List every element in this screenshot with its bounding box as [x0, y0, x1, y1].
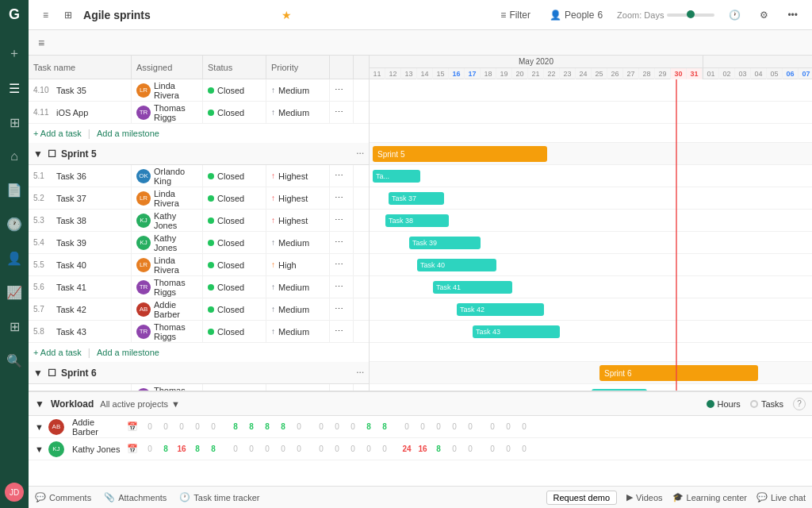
assignee-cell: LRLinda Rivera: [132, 79, 203, 101]
header-actions: [330, 56, 354, 79]
workload-help[interactable]: ?: [793, 398, 806, 410]
comments-button[interactable]: 💬 Comments: [35, 492, 91, 502]
sidebar-icon-add[interactable]: ＋: [5, 42, 24, 65]
actions-cell[interactable]: ⋯: [330, 102, 354, 123]
task-bar-38[interactable]: Task 38: [385, 214, 449, 227]
request-demo-button[interactable]: Request demo: [546, 491, 618, 505]
priority-icon: ↑: [271, 194, 275, 202]
status-cell: Closed: [203, 232, 266, 253]
favorite-star[interactable]: ★: [282, 9, 292, 21]
priority-icon: ↑: [271, 260, 275, 269]
user-avatar[interactable]: JD: [5, 483, 24, 502]
filter-button[interactable]: ≡ Filter: [496, 7, 535, 23]
workload-filter-dropdown[interactable]: All active projects ▼: [100, 399, 179, 409]
sprint-menu[interactable]: ⋯: [356, 149, 364, 158]
day-j03: 03: [735, 68, 751, 79]
settings-button[interactable]: ⚙: [755, 7, 773, 23]
sidebar-icon-grid[interactable]: ⊞: [6, 112, 23, 133]
task-bar-41[interactable]: Task 41: [433, 281, 512, 294]
avatar: TR: [136, 106, 151, 120]
sidebar-icon-people[interactable]: 👤: [3, 248, 25, 269]
day-14: 14: [417, 68, 433, 79]
task-bar-40[interactable]: Task 40: [417, 259, 496, 271]
task-bar-43[interactable]: Task 43: [473, 325, 560, 338]
history-button[interactable]: 🕐: [724, 7, 745, 23]
day-j01: 01: [703, 68, 719, 79]
day-11: 11: [370, 68, 385, 79]
sprint-checkbox-icon-6[interactable]: ☐: [48, 368, 56, 379]
time-tracker-button[interactable]: 🕐 Task time tracker: [179, 492, 259, 502]
gantt-row-5-6: Task 41: [370, 276, 812, 298]
tasks-radio[interactable]: Tasks: [750, 399, 783, 409]
status-cell: Closed: [203, 79, 266, 101]
task-bar-44[interactable]: Task 44: [592, 389, 647, 391]
actions-cell[interactable]: ⋯: [330, 384, 354, 391]
add-milestone-link[interactable]: Add a milestone: [97, 129, 159, 138]
zoom-slider[interactable]: [667, 13, 714, 17]
status-dot: [208, 329, 214, 335]
actions-cell[interactable]: ⋯: [330, 232, 354, 253]
avatar: KJ: [136, 214, 151, 228]
sprint-collapse-icon[interactable]: ▼: [33, 148, 43, 160]
hours-radio[interactable]: Hours: [707, 399, 741, 409]
person-expand-icon[interactable]: ▼: [35, 422, 44, 432]
actions-cell[interactable]: ⋯: [330, 210, 354, 231]
sprint6-bar[interactable]: Sprint 6: [599, 365, 758, 381]
june-label: June 2020: [703, 56, 812, 68]
live-chat-button[interactable]: 💬 Live chat: [756, 491, 806, 505]
addie-calendar-icon[interactable]: 📅: [127, 421, 138, 432]
sprint-header-5[interactable]: ▼ ☐ Sprint 5 ⋯: [29, 143, 369, 165]
task-bar-39[interactable]: Task 39: [409, 237, 481, 249]
app-logo[interactable]: G: [9, 6, 20, 23]
avatar: TR: [136, 280, 151, 294]
sidebar-icon-home[interactable]: ⌂: [7, 146, 21, 167]
task-name-cell: 6.1Task 44: [29, 384, 132, 391]
day-j07: 07: [799, 68, 812, 79]
sidebar-icon-apps[interactable]: ⊞: [6, 316, 23, 337]
actions-cell[interactable]: ⋯: [330, 321, 354, 342]
attachments-button[interactable]: 📎 Attachments: [104, 492, 167, 502]
add-task-link[interactable]: + Add a task: [33, 129, 82, 138]
task-bar-36[interactable]: Ta...: [373, 170, 420, 183]
add-task-link-5[interactable]: + Add a task: [33, 348, 82, 357]
filter-icon: ≡: [500, 10, 506, 21]
sprint-6-menu[interactable]: ⋯: [356, 368, 364, 377]
actions-cell[interactable]: ⋯: [330, 165, 354, 187]
sidebar-icon-search[interactable]: 🔍: [3, 350, 25, 371]
learning-icon: 🎓: [672, 492, 684, 502]
sidebar-icon-chart[interactable]: 📈: [3, 282, 25, 303]
actions-cell[interactable]: ⋯: [330, 79, 354, 101]
videos-button[interactable]: ▶ Videos: [626, 491, 662, 505]
actions-cell[interactable]: ⋯: [330, 187, 354, 209]
gantt-row-5-2: Task 37: [370, 187, 812, 210]
sidebar-icon-clock[interactable]: 🕐: [3, 214, 25, 235]
table-row: 5.7Task 42ABAddie BarberClosed↑Medium⋯: [29, 298, 369, 321]
task-bar-37[interactable]: Task 37: [389, 192, 444, 205]
sprint-collapse-icon-6[interactable]: ▼: [33, 368, 43, 379]
workload-section: ▼ Workload All active projects ▼ Hours T…: [29, 391, 812, 486]
sidebar-icon-list[interactable]: ☰: [6, 78, 23, 99]
sprint-checkbox-icon[interactable]: ☐: [48, 148, 56, 160]
sprint-header-6[interactable]: ▼ ☐ Sprint 6 ⋯: [29, 362, 369, 384]
day-15: 15: [433, 68, 449, 79]
view-toggle-board[interactable]: ⊞: [59, 7, 77, 23]
learning-button[interactable]: 🎓 Learning center: [672, 491, 747, 505]
collapse-icon[interactable]: ≡: [35, 35, 48, 51]
kathy-calendar-icon[interactable]: 📅: [127, 444, 138, 454]
sprint5-bar[interactable]: Sprint 5: [373, 146, 547, 162]
actions-cell[interactable]: ⋯: [330, 276, 354, 298]
view-toggle-list[interactable]: ≡: [38, 7, 53, 23]
more-button[interactable]: •••: [783, 7, 802, 23]
people-button[interactable]: 👤 People 6: [545, 7, 607, 23]
sidebar-icon-docs[interactable]: 📄: [3, 179, 25, 201]
kathy-name: Kathy Jones: [72, 444, 121, 454]
day-19: 19: [496, 68, 512, 79]
kathy-expand-icon[interactable]: ▼: [35, 444, 44, 454]
workload-collapse-icon[interactable]: ▼: [35, 398, 44, 410]
task-bar-42[interactable]: Task 42: [457, 303, 544, 316]
tasks-label: Tasks: [761, 399, 783, 409]
actions-cell[interactable]: ⋯: [330, 254, 354, 275]
play-icon: ▶: [626, 492, 633, 502]
actions-cell[interactable]: ⋯: [330, 298, 354, 320]
add-milestone-link-5[interactable]: Add a milestone: [97, 348, 159, 357]
